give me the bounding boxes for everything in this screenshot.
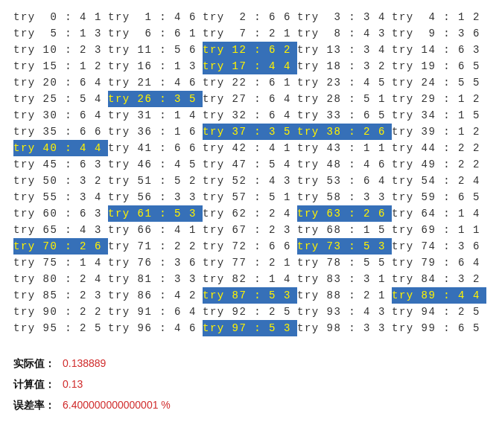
try-item-20: try 20 : 6 4 [13,74,108,91]
error-label: 误差率： [13,394,55,415]
try-item-69: try 69 : 1 1 [392,222,486,238]
try-item-76: try 76 : 3 6 [108,255,203,271]
try-item-26: try 26 : 3 5 [108,91,203,107]
stats-row-actual: 实际值： 0.138889 [13,353,489,374]
try-item-97: try 97 : 5 3 [203,320,297,336]
try-item-52: try 52 : 4 3 [203,173,297,189]
try-item-63: try 63 : 2 6 [297,205,392,222]
try-item-39: try 39 : 1 2 [392,124,486,140]
try-item-86: try 86 : 4 2 [108,287,203,304]
try-item-44: try 44 : 2 2 [392,140,486,156]
try-item-43: try 43 : 1 1 [297,140,392,156]
try-item-57: try 57 : 5 1 [203,189,297,205]
try-item-96: try 96 : 4 6 [108,320,203,336]
try-item-22: try 22 : 6 1 [203,74,297,91]
try-item-89: try 89 : 4 4 [392,287,486,304]
try-item-10: try 10 : 2 3 [13,42,108,58]
try-item-45: try 45 : 6 3 [13,156,108,173]
try-item-64: try 64 : 1 4 [392,205,486,222]
try-item-6: try 6 : 6 1 [108,25,203,42]
try-item-7: try 7 : 2 1 [203,25,297,42]
try-item-1: try 1 : 4 6 [108,9,203,25]
try-item-55: try 55 : 3 4 [13,189,108,205]
try-item-0: try 0 : 4 1 [13,9,108,25]
try-item-78: try 78 : 5 5 [297,255,392,271]
try-grid: try 0 : 4 1try 1 : 4 6try 2 : 6 6try 3 :… [13,9,489,336]
try-item-33: try 33 : 6 5 [297,107,392,124]
try-item-8: try 8 : 4 3 [297,25,392,42]
try-item-71: try 71 : 2 2 [108,238,203,255]
try-item-91: try 91 : 6 4 [108,304,203,320]
try-item-98: try 98 : 3 3 [297,320,392,336]
try-item-81: try 81 : 3 3 [108,271,203,287]
try-item-42: try 42 : 4 1 [203,140,297,156]
try-item-74: try 74 : 3 6 [392,238,486,255]
try-item-37: try 37 : 3 5 [203,124,297,140]
try-item-4: try 4 : 1 2 [392,9,486,25]
try-item-2: try 2 : 6 6 [203,9,297,25]
try-item-30: try 30 : 6 4 [13,107,108,124]
try-item-84: try 84 : 3 2 [392,271,486,287]
try-item-58: try 58 : 3 3 [297,189,392,205]
stats-row-error: 误差率： 6.400000000000001 % [13,394,489,415]
try-item-75: try 75 : 1 4 [13,255,108,271]
try-item-32: try 32 : 6 4 [203,107,297,124]
try-item-17: try 17 : 4 4 [203,58,297,74]
try-item-72: try 72 : 6 6 [203,238,297,255]
try-item-38: try 38 : 2 6 [297,124,392,140]
error-value: 6.400000000000001 % [63,394,171,415]
try-item-51: try 51 : 5 2 [108,173,203,189]
try-item-14: try 14 : 6 3 [392,42,486,58]
actual-label: 实际值： [13,353,55,374]
try-item-5: try 5 : 1 3 [13,25,108,42]
try-item-99: try 99 : 6 5 [392,320,486,336]
try-item-49: try 49 : 2 2 [392,156,486,173]
try-item-95: try 95 : 2 5 [13,320,108,336]
try-item-27: try 27 : 6 4 [203,91,297,107]
try-item-18: try 18 : 3 2 [297,58,392,74]
try-item-80: try 80 : 2 4 [13,271,108,287]
try-item-53: try 53 : 6 4 [297,173,392,189]
try-item-13: try 13 : 3 4 [297,42,392,58]
try-item-83: try 83 : 3 1 [297,271,392,287]
try-item-34: try 34 : 1 5 [392,107,486,124]
try-item-48: try 48 : 4 6 [297,156,392,173]
try-item-41: try 41 : 6 6 [108,140,203,156]
try-item-67: try 67 : 2 3 [203,222,297,238]
try-item-82: try 82 : 1 4 [203,271,297,287]
try-item-93: try 93 : 4 3 [297,304,392,320]
try-item-70: try 70 : 2 6 [13,238,108,255]
try-item-90: try 90 : 2 2 [13,304,108,320]
try-item-46: try 46 : 4 5 [108,156,203,173]
try-item-3: try 3 : 3 4 [297,9,392,25]
try-item-60: try 60 : 6 3 [13,205,108,222]
try-item-47: try 47 : 5 4 [203,156,297,173]
try-item-85: try 85 : 2 3 [13,287,108,304]
try-item-35: try 35 : 6 6 [13,124,108,140]
try-item-87: try 87 : 5 3 [203,287,297,304]
try-item-15: try 15 : 1 2 [13,58,108,74]
try-item-73: try 73 : 5 3 [297,238,392,255]
try-item-16: try 16 : 1 3 [108,58,203,74]
calc-value: 0.13 [63,374,83,394]
try-item-88: try 88 : 2 1 [297,287,392,304]
try-item-56: try 56 : 3 3 [108,189,203,205]
try-item-62: try 62 : 2 4 [203,205,297,222]
try-item-66: try 66 : 4 1 [108,222,203,238]
try-item-36: try 36 : 1 6 [108,124,203,140]
try-item-25: try 25 : 5 4 [13,91,108,107]
try-item-68: try 68 : 1 5 [297,222,392,238]
try-item-65: try 65 : 4 3 [13,222,108,238]
calc-label: 计算值： [13,374,55,394]
try-item-54: try 54 : 2 4 [392,173,486,189]
try-item-50: try 50 : 3 2 [13,173,108,189]
try-item-61: try 61 : 5 3 [108,205,203,222]
try-item-59: try 59 : 6 5 [392,189,486,205]
try-item-31: try 31 : 1 4 [108,107,203,124]
try-item-79: try 79 : 6 4 [392,255,486,271]
try-item-24: try 24 : 5 5 [392,74,486,91]
stats-row-calc: 计算值： 0.13 [13,374,489,394]
try-item-23: try 23 : 4 5 [297,74,392,91]
try-item-12: try 12 : 6 2 [203,42,297,58]
try-item-40: try 40 : 4 4 [13,140,108,156]
